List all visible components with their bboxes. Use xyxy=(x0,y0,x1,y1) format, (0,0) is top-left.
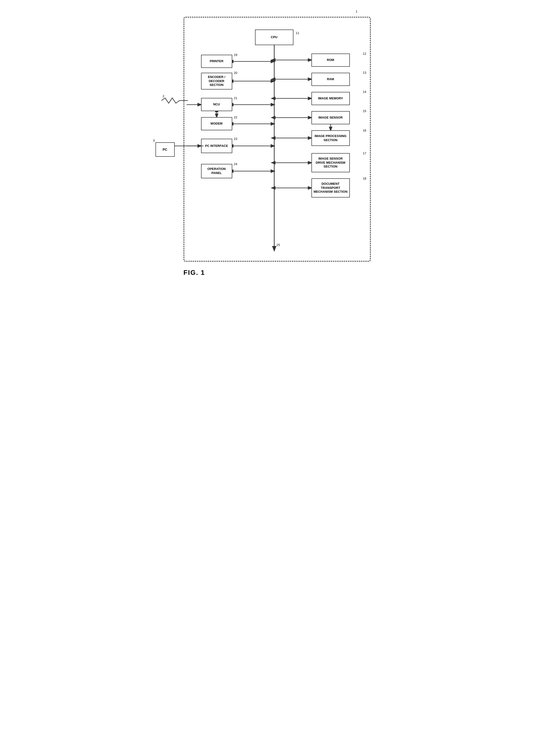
pc-interface-ref: 23 xyxy=(234,137,237,141)
document-transport-ref: 18 xyxy=(363,177,366,180)
telephone-line-svg xyxy=(162,97,188,112)
image-sensor-label: IMAGE SENSOR xyxy=(318,116,343,120)
image-sensor-drive-ref: 17 xyxy=(363,152,366,155)
main-diagram-box: CPU 11 ROM 12 RAM 13 IMAGE MEMORY 14 IMA… xyxy=(183,17,371,262)
pc-connect-svg xyxy=(156,142,204,150)
modem-block: MODEM xyxy=(201,117,232,130)
ram-ref: 13 xyxy=(363,71,366,74)
image-sensor-drive-label: IMAGE SENSOR DRIVE MECHANISM SECTION xyxy=(313,157,348,169)
cpu-ref: 11 xyxy=(296,31,299,35)
ncu-label: NCU xyxy=(213,103,220,107)
cpu-block: CPU xyxy=(255,30,293,45)
ram-block: RAM xyxy=(312,73,350,86)
printer-block: PRINTER xyxy=(201,55,232,68)
image-processing-ref: 16 xyxy=(363,129,366,132)
rom-label: ROM xyxy=(327,58,334,62)
image-sensor-block: IMAGE SENSOR xyxy=(312,111,350,124)
cpu-label: CPU xyxy=(271,35,277,39)
operation-panel-label: OPERATION PANEL xyxy=(203,167,230,175)
bus-ref: 25 xyxy=(277,243,280,247)
image-memory-label: IMAGE MEMORY xyxy=(318,97,343,101)
ref-1-label: 1 xyxy=(355,10,357,13)
figure-label: FIG. 1 xyxy=(183,269,371,276)
ram-label: RAM xyxy=(327,77,334,82)
pc-external-ref: 3 xyxy=(153,139,155,142)
encoder-decoder-block: ENCODER / DECODER SECTION xyxy=(201,73,232,90)
telephone-ref: 2 xyxy=(163,94,164,98)
image-processing-label: IMAGE PROCESSING SECTION xyxy=(313,134,348,142)
modem-label: MODEM xyxy=(211,122,223,126)
image-memory-ref: 14 xyxy=(363,90,366,94)
image-sensor-drive-block: IMAGE SENSOR DRIVE MECHANISM SECTION xyxy=(312,153,350,172)
ncu-ref: 21 xyxy=(234,96,237,100)
pc-interface-label: PC INTERFACE xyxy=(205,144,228,148)
image-processing-block: IMAGE PROCESSING SECTION xyxy=(312,130,350,146)
printer-label: PRINTER xyxy=(210,59,223,63)
operation-panel-block: OPERATION PANEL xyxy=(201,164,232,178)
pc-interface-block: PC INTERFACE xyxy=(201,139,232,153)
document-transport-block: DOCUMENT TRANSPORT MECHANISM SECTION xyxy=(312,178,350,198)
image-memory-block: IMAGE MEMORY xyxy=(312,92,350,105)
image-sensor-ref: 15 xyxy=(363,109,366,113)
modem-ref: 22 xyxy=(234,115,237,119)
ncu-block: NCU xyxy=(201,98,232,111)
operation-panel-ref: 24 xyxy=(234,162,237,166)
rom-block: ROM xyxy=(312,54,350,67)
encoder-decoder-label: ENCODER / DECODER SECTION xyxy=(203,75,230,87)
rom-ref: 12 xyxy=(363,52,366,55)
document-transport-label: DOCUMENT TRANSPORT MECHANISM SECTION xyxy=(313,182,348,194)
encoder-decoder-ref: 20 xyxy=(234,71,237,75)
printer-ref: 19 xyxy=(234,53,237,57)
